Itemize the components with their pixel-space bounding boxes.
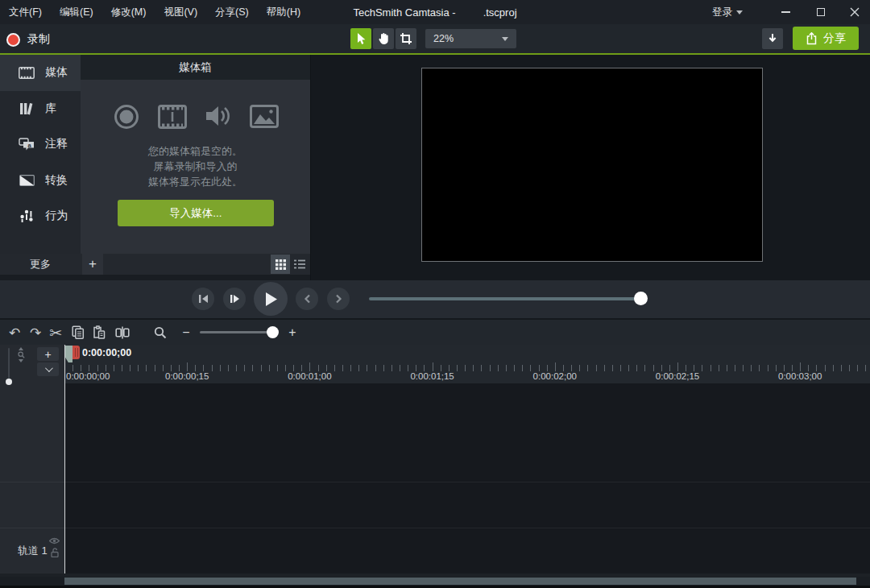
- canvas-area: [310, 55, 870, 280]
- sidebar-item-label: 注释: [45, 137, 68, 151]
- jump-back-button[interactable]: [296, 288, 318, 310]
- window-minimize-button[interactable]: [772, 0, 799, 24]
- sidebar-item-library[interactable]: 库: [0, 91, 81, 127]
- ruler-tick: [309, 362, 310, 371]
- sidebar-more-button[interactable]: 更多: [0, 254, 81, 275]
- timeline-zoom-out-button[interactable]: −: [179, 320, 193, 345]
- timeline-tracks[interactable]: [64, 383, 870, 574]
- play-button[interactable]: [254, 282, 288, 316]
- sidebar-item-media[interactable]: 媒体: [0, 55, 81, 91]
- behavior-icon: [18, 209, 35, 223]
- sidebar-item-behaviors[interactable]: 行为: [0, 198, 81, 234]
- playhead-in-handle[interactable]: [64, 346, 72, 362]
- ruler-tick: [636, 365, 637, 371]
- record-button[interactable]: 录制: [6, 27, 50, 52]
- eye-icon[interactable]: [49, 537, 60, 545]
- ruler-tick: [285, 365, 286, 371]
- ruler-tick: [441, 365, 441, 371]
- add-media-button[interactable]: +: [82, 254, 103, 275]
- plus-icon: +: [44, 348, 51, 361]
- track-height-slider-thumb[interactable]: [6, 379, 12, 385]
- import-media-button[interactable]: 导入媒体...: [118, 200, 274, 226]
- ruler-tick: [465, 365, 466, 371]
- ruler-tick: [719, 365, 719, 371]
- sidebar-item-label: 库: [45, 101, 56, 116]
- select-tool-button[interactable]: [350, 28, 371, 49]
- playhead-out-handle[interactable]: [72, 346, 80, 359]
- crop-tool-button[interactable]: [396, 28, 416, 49]
- empty-line-2: 屏幕录制和导入的: [81, 159, 310, 174]
- timeline-zoom-slider-track[interactable]: [200, 331, 277, 333]
- ruler-tick: [146, 365, 147, 371]
- ruler-tick: [114, 365, 114, 371]
- list-view-button[interactable]: [290, 255, 309, 274]
- next-frame-button[interactable]: [223, 288, 246, 310]
- ruler-tick: [277, 365, 278, 371]
- ruler-tick: [244, 365, 245, 371]
- jump-forward-button[interactable]: [327, 288, 350, 310]
- ruler-tick: [604, 365, 605, 371]
- redo-button[interactable]: ↷: [26, 320, 45, 345]
- sidebar-item-transitions[interactable]: 转换: [0, 163, 81, 199]
- add-track-button[interactable]: +: [37, 347, 59, 361]
- share-button[interactable]: 分享: [793, 27, 859, 50]
- pan-tool-button[interactable]: [373, 28, 394, 49]
- window-maximize-button[interactable]: [807, 0, 835, 24]
- menu-help[interactable]: 帮助(H): [258, 0, 309, 24]
- cut-button[interactable]: ✂: [45, 320, 66, 345]
- playhead-line[interactable]: [64, 345, 66, 574]
- undo-button[interactable]: ↶: [5, 320, 24, 345]
- menu-edit[interactable]: 编辑(E): [51, 0, 102, 24]
- track-height-zoom-control[interactable]: [16, 347, 26, 362]
- download-button[interactable]: [762, 28, 783, 49]
- menu-share[interactable]: 分享(S): [206, 0, 258, 24]
- ruler-tick: [416, 365, 416, 371]
- ruler-tick: [220, 365, 221, 371]
- split-button[interactable]: [111, 320, 134, 345]
- window-close-button[interactable]: [841, 0, 868, 24]
- track-name: 轨道 1: [18, 544, 48, 558]
- menu-modify[interactable]: 修改(M): [102, 0, 155, 24]
- sidebar-item-label: 行为: [45, 209, 68, 223]
- record-circle-icon: [113, 103, 140, 130]
- paste-button[interactable]: [89, 320, 110, 345]
- track-options-button[interactable]: [37, 362, 59, 376]
- ruler-tick: [498, 365, 499, 371]
- lock-open-icon[interactable]: [51, 548, 59, 557]
- ruler-tick: [179, 365, 180, 371]
- timeline-zoom-in-button[interactable]: +: [285, 320, 300, 345]
- record-icon: [6, 33, 20, 47]
- track-1-header[interactable]: 轨道 1: [0, 528, 64, 574]
- film-icon: [158, 105, 187, 129]
- ruler-tick: [392, 365, 392, 371]
- playback-scrubber-track[interactable]: [369, 297, 644, 300]
- copy-button[interactable]: [68, 320, 89, 345]
- zoom-out-arrow-icon: [19, 359, 23, 362]
- scrollbar-thumb[interactable]: [64, 578, 856, 585]
- playback-scrubber-thumb[interactable]: [634, 292, 648, 305]
- ruler-tick: [702, 365, 702, 371]
- ruler-tick: [187, 362, 188, 371]
- media-bin-empty-icons: [81, 103, 310, 130]
- minimize-icon: [781, 11, 790, 13]
- ruler-tick: [539, 365, 540, 371]
- ruler-tick: [383, 365, 384, 371]
- magnifier-icon: [154, 326, 167, 339]
- plus-icon: +: [89, 256, 97, 272]
- ruler-tick: [342, 365, 343, 371]
- timeline-ruler[interactable]: 0:00:00;000:00:00;150:00:01;000:00:01;15…: [64, 345, 870, 383]
- menu-view[interactable]: 视图(V): [155, 0, 206, 24]
- video-preview-canvas[interactable]: [421, 68, 763, 262]
- ruler-tick: [481, 365, 482, 371]
- canvas-zoom-dropdown[interactable]: 22%: [425, 29, 516, 48]
- ruler-tick: [334, 365, 335, 371]
- timeline-zoom-slider-thumb[interactable]: [267, 326, 279, 338]
- grid-view-button[interactable]: [271, 255, 290, 274]
- sidebar-item-annotations[interactable]: a 注释: [0, 126, 81, 163]
- ruler-tick: [293, 365, 294, 371]
- sign-in-menu[interactable]: 登录: [712, 0, 743, 24]
- ruler-tick: [72, 365, 73, 371]
- menu-file[interactable]: 文件(F): [0, 0, 51, 24]
- previous-frame-button[interactable]: [192, 288, 214, 310]
- zoom-in-arrow-icon: [19, 347, 23, 350]
